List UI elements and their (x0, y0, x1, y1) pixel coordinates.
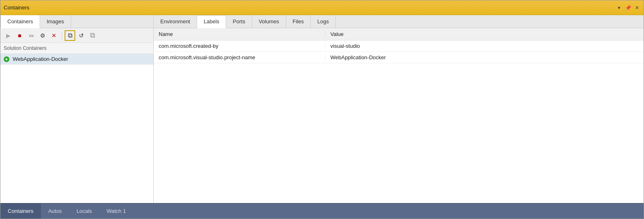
table-row[interactable]: com.microsoft.created-by visual-studio (154, 40, 644, 52)
content-row: Containers Images ▶ ■ ▭ ⚙ ✕ ⧉ ↺ ⿻ (0, 15, 644, 203)
copy-files-button[interactable]: ⿻ (88, 30, 98, 41)
tab-files[interactable]: Files (286, 15, 311, 28)
title-bar-controls: ▾ 📌 ✕ (616, 4, 640, 11)
settings-button[interactable]: ⚙ (37, 30, 48, 41)
refresh-button[interactable]: ↺ (76, 30, 87, 41)
tab-labels[interactable]: Labels (197, 15, 226, 28)
window-title: Containers (4, 4, 29, 11)
tab-environment[interactable]: Environment (154, 15, 197, 28)
running-indicator (4, 56, 9, 62)
dropdown-button[interactable]: ▾ (616, 4, 622, 11)
cell-name-1: com.microsoft.visual-studio.project-name (154, 54, 325, 60)
stop-button[interactable]: ■ (14, 30, 25, 41)
bottom-tab-watch1[interactable]: Watch 1 (99, 203, 133, 219)
title-bar: Containers ▾ 📌 ✕ (0, 0, 644, 15)
container-name: WebApplication-Docker (13, 56, 68, 62)
section-header: Solution Containers (0, 43, 153, 54)
tab-logs[interactable]: Logs (311, 15, 336, 28)
main-window: Containers ▾ 📌 ✕ Containers Images (0, 0, 644, 219)
toolbar: ▶ ■ ▭ ⚙ ✕ ⧉ ↺ ⿻ (0, 28, 153, 43)
play-button[interactable]: ▶ (3, 30, 13, 41)
cell-value-0: visual-studio (325, 43, 644, 49)
left-panel: Containers Images ▶ ■ ▭ ⚙ ✕ ⧉ ↺ ⿻ (0, 15, 154, 203)
data-table: Name Value com.microsoft.created-by visu… (154, 28, 644, 203)
right-panel: Environment Labels Ports Volumes Files (154, 15, 644, 203)
bottom-tab-bar: Containers Autos Locals Watch 1 (0, 203, 644, 219)
terminal-button[interactable]: ▭ (26, 30, 36, 41)
bottom-tab-locals[interactable]: Locals (69, 203, 99, 219)
col-header-name: Name (154, 31, 325, 37)
copy-button[interactable]: ⧉ (65, 30, 75, 41)
delete-button[interactable]: ✕ (49, 30, 59, 41)
tab-volumes[interactable]: Volumes (252, 15, 286, 28)
left-tab-row: Containers Images (0, 15, 153, 28)
tab-images[interactable]: Images (40, 15, 71, 28)
container-item[interactable]: WebApplication-Docker (0, 54, 153, 65)
table-row[interactable]: com.microsoft.visual-studio.project-name… (154, 52, 644, 63)
cell-name-0: com.microsoft.created-by (154, 43, 325, 49)
container-list: WebApplication-Docker (0, 54, 153, 203)
tab-ports[interactable]: Ports (226, 15, 252, 28)
bottom-tab-autos[interactable]: Autos (41, 203, 69, 219)
tab-containers[interactable]: Containers (0, 15, 40, 28)
main-content: Containers Images ▶ ■ ▭ ⚙ ✕ ⧉ ↺ ⿻ (0, 15, 644, 219)
cell-value-1: WebApplication-Docker (325, 54, 644, 60)
bottom-tab-containers[interactable]: Containers (0, 203, 41, 219)
right-tab-row: Environment Labels Ports Volumes Files (154, 15, 644, 28)
close-button[interactable]: ✕ (634, 4, 640, 11)
toolbar-separator-1 (62, 31, 62, 40)
title-bar-left: Containers (4, 4, 29, 11)
pin-button[interactable]: 📌 (625, 4, 631, 11)
table-header: Name Value (154, 28, 644, 40)
col-header-value: Value (325, 31, 644, 37)
